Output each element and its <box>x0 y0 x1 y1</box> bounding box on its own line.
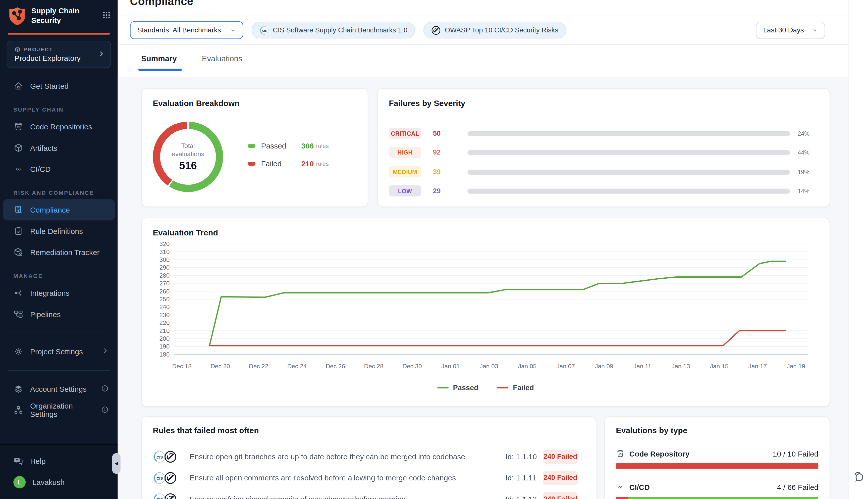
rule-row[interactable]: CIS Ensure verifying signed commits of n… <box>153 490 585 499</box>
sidebar-collapse-handle[interactable]: ◀ <box>112 453 120 474</box>
info-icon[interactable] <box>101 405 109 415</box>
rule-id: Id: 1.1.12 <box>505 495 537 499</box>
sidebar-item-integrations[interactable]: Integrations <box>0 282 118 304</box>
svg-text:240: 240 <box>159 304 170 310</box>
filter-chip-owasp[interactable]: OWASP Top 10 CI/CD Security Risks <box>424 22 566 39</box>
brand-accent-bar <box>8 33 110 35</box>
svg-text:250: 250 <box>159 296 170 303</box>
card-title: Evaluation Breakdown <box>153 99 357 108</box>
rule-standard-icons: CIS <box>153 471 177 484</box>
sidebar-nav: Get Started SUPPLY CHAIN </> Code Reposi… <box>0 75 118 325</box>
svg-text:Jan 15: Jan 15 <box>710 363 728 369</box>
filter-bar: Standards: All Benchmarks CIS CIS Softwa… <box>118 16 868 45</box>
donut-center-label: evaluations <box>172 150 204 159</box>
info-icon[interactable] <box>101 384 109 394</box>
sidebar-item-help[interactable]: ? Help <box>0 451 118 472</box>
severity-bar <box>468 131 790 136</box>
svg-text:230: 230 <box>159 312 170 318</box>
card-title: Evaluation Trend <box>153 228 819 237</box>
svg-text:?: ? <box>16 458 18 462</box>
svg-text:220: 220 <box>159 319 170 326</box>
chevron-right-icon <box>98 49 105 60</box>
svg-text:CIS: CIS <box>262 29 267 32</box>
clipboard-check-icon <box>13 226 23 236</box>
rule-id: Id: 1.1.11 <box>505 474 536 482</box>
date-range-dropdown[interactable]: Last 30 Days <box>756 22 825 39</box>
svg-text:</>: </> <box>619 453 622 455</box>
svg-text:Dec 24: Dec 24 <box>287 363 307 369</box>
type-progress-bar <box>616 497 818 499</box>
cicd-icon: ∞ <box>616 483 625 492</box>
svg-text:Jan 13: Jan 13 <box>672 363 690 369</box>
help-chat-icon: ? <box>13 456 23 466</box>
tab-summary[interactable]: Summary <box>141 54 177 63</box>
sidebar-item-project-settings[interactable]: Project Settings <box>0 341 118 362</box>
svg-text:Dec 18: Dec 18 <box>172 363 191 369</box>
chat-bubble-icon[interactable] <box>852 470 865 483</box>
severity-count: 29 <box>433 187 441 195</box>
layers-icon <box>13 384 23 394</box>
app-grid-icon[interactable] <box>102 11 111 22</box>
sidebar-item-rule-definitions[interactable]: Rule Definitions <box>0 220 118 242</box>
type-progress-bar <box>616 463 818 469</box>
svg-text:270: 270 <box>159 280 170 287</box>
severity-count: 92 <box>433 148 441 156</box>
sidebar-item-cicd[interactable]: ∞ CI/CD <box>0 159 118 180</box>
donut-legend: Passed 306 rules Failed 210 rules <box>248 140 359 176</box>
severity-bar <box>468 169 790 174</box>
cis-icon: CIS <box>153 451 166 463</box>
rule-row[interactable]: CIS Ensure all open comments are resolve… <box>153 469 585 486</box>
evaluations-donut-chart: Total evaluations 516 <box>153 122 223 192</box>
svg-text:CIS: CIS <box>157 455 163 459</box>
project-selector[interactable]: PROJECT Product Exploratory <box>7 41 111 68</box>
card-title: Evalutions by type <box>616 426 818 435</box>
svg-text:CIS: CIS <box>157 498 163 499</box>
svg-text:210: 210 <box>159 327 170 334</box>
sidebar-item-pipelines[interactable]: Pipelines <box>0 304 118 325</box>
user-menu[interactable]: L Lavakush <box>0 472 118 493</box>
legend-item-failed: Failed 210 rules <box>248 158 359 169</box>
cis-icon: CIS <box>153 472 166 484</box>
svg-text:290: 290 <box>159 264 170 271</box>
type-failed-ratio: 4 / 66 Failed <box>777 483 818 491</box>
nav-section-risk-compliance: RISK AND COMPLIANCE <box>0 180 118 199</box>
rule-text: Ensure all open comments are resolved be… <box>190 474 456 482</box>
standards-filter-dropdown[interactable]: Standards: All Benchmarks <box>130 21 243 39</box>
logo-row: Supply Chain Security <box>0 0 118 27</box>
sidebar-item-organization-settings[interactable]: Organization Settings <box>0 400 118 421</box>
sidebar-item-remediation-tracker[interactable]: Remediation Tracker <box>0 242 118 263</box>
user-name: Lavakush <box>33 478 64 486</box>
svg-text:200: 200 <box>159 335 170 342</box>
cis-icon: CIS <box>259 25 269 35</box>
nav-section-supply-chain: SUPPLY CHAIN <box>0 97 118 116</box>
severity-badge: HIGH <box>389 147 421 158</box>
svg-text:Dec 20: Dec 20 <box>210 363 230 369</box>
active-tab-indicator <box>138 69 182 71</box>
severity-badge: LOW <box>389 185 421 196</box>
package-fix-icon <box>13 247 23 257</box>
failed-count: 210 <box>301 159 314 168</box>
svg-text:Jan 09: Jan 09 <box>595 363 613 369</box>
severity-badge: MEDIUM <box>389 166 421 178</box>
rule-standard-icons: CIS <box>153 450 177 463</box>
sidebar-item-get-started[interactable]: Get Started <box>0 75 118 97</box>
severity-bar <box>468 150 790 155</box>
sidebar-item-artifacts[interactable]: Artifacts <box>0 137 118 158</box>
nav-section-manage: MANAGE <box>0 263 118 282</box>
donut-center-label: Total <box>181 142 195 150</box>
box-icon <box>13 143 23 153</box>
sidebar-divider <box>8 370 110 370</box>
severity-percent: 44% <box>798 149 809 156</box>
filter-chip-cis[interactable]: CIS CIS Software Supply Chain Benchmarks… <box>252 22 415 39</box>
sidebar-item-account-settings[interactable]: Account Settings <box>0 378 118 400</box>
chevron-right-icon <box>101 347 109 356</box>
svg-text:Jan 11: Jan 11 <box>633 363 652 369</box>
scroll-gutter[interactable] <box>848 0 868 499</box>
rule-row[interactable]: CIS Ensure open git branches are up to d… <box>153 448 585 465</box>
svg-text:Jan 07: Jan 07 <box>557 363 575 369</box>
tab-evaluations[interactable]: Evaluations <box>202 54 243 63</box>
sidebar-item-compliance[interactable]: Compliance <box>3 199 115 220</box>
svg-text:300: 300 <box>159 256 170 263</box>
sidebar-item-code-repositories[interactable]: </> Code Repositories <box>0 116 118 137</box>
app-title: Supply Chain Security <box>31 6 102 25</box>
